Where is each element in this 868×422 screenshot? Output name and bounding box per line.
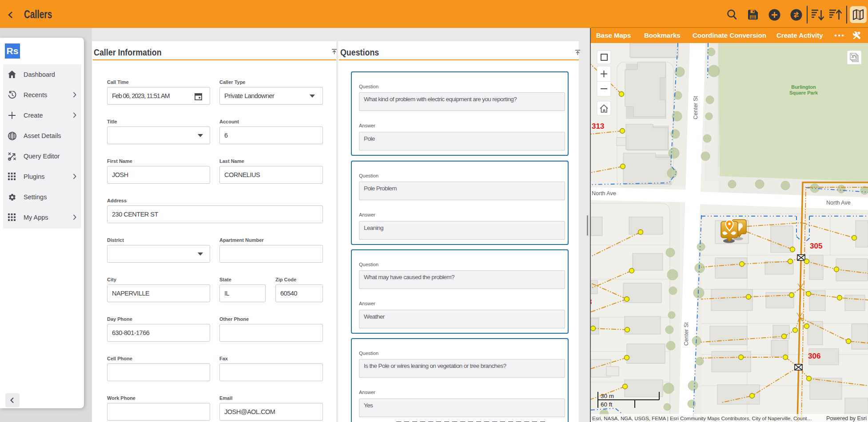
svg-text:Burlington: Burlington	[791, 84, 816, 90]
svg-text:30 m: 30 m	[601, 393, 614, 399]
svg-text:3: 3	[591, 298, 592, 306]
svg-text:60 ft: 60 ft	[601, 401, 613, 408]
svg-text:Powered by Esri: Powered by Esri	[826, 415, 867, 422]
svg-text:305: 305	[810, 242, 822, 250]
svg-text:Center St: Center St	[683, 322, 689, 346]
svg-text:Square Park: Square Park	[789, 90, 818, 95]
svg-text:306: 306	[808, 352, 820, 360]
svg-text:Esri, NASA, NGA, USGS, FEMA |: Esri, NASA, NGA, USGS, FEMA | Esri Commu…	[592, 416, 812, 421]
svg-text:North Ave: North Ave	[826, 200, 851, 206]
svg-text:Center St: Center St	[693, 96, 699, 119]
svg-text:313: 313	[592, 122, 604, 130]
svg-text:North Ave: North Ave	[592, 190, 616, 197]
